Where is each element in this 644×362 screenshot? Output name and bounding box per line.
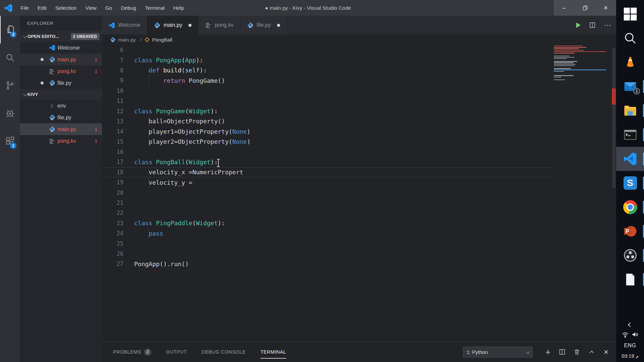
panel-tab-terminal[interactable]: TERMINAL [261, 345, 286, 359]
open-editor-item-main.py[interactable]: main.py1 [20, 54, 102, 65]
code-line-21[interactable]: 21 [102, 198, 552, 208]
activity-files-button[interactable]: 2 [0, 16, 20, 44]
vscode-logo-icon [4, 4, 13, 12]
taskbar-clock[interactable]: 03:19 م [622, 353, 639, 359]
activity-extensions-button[interactable]: 1 [0, 127, 20, 155]
activity-debug-button[interactable] [0, 99, 20, 127]
menu-help[interactable]: Help [169, 0, 189, 16]
open-editors-list: Welcomemain.py1pong.kv1file.py [20, 42, 102, 89]
breadcrumb[interactable]: main.py PongBall [102, 35, 616, 45]
code-line-14[interactable]: 14 player1=ObjectProperty(None) [102, 126, 552, 136]
menu-view[interactable]: View [81, 0, 101, 16]
panel-tab-output[interactable]: OUTPUT [166, 345, 187, 359]
code-line-20[interactable]: 20 [102, 187, 552, 197]
open-editors-section-header[interactable]: OPEN EDITO... 2 UNSAVED [20, 31, 102, 42]
code-line-22[interactable]: 22 [102, 208, 552, 218]
volume-icon[interactable] [632, 331, 639, 338]
code-line-25[interactable]: 25 [102, 238, 552, 248]
activity-search-button[interactable] [0, 44, 20, 71]
taskbar-windows-start-button[interactable] [616, 2, 644, 26]
kv-file-icon [49, 138, 55, 144]
taskbar-notepad-button[interactable] [616, 267, 644, 292]
menu-debug[interactable]: Debug [116, 0, 141, 16]
minimize-button[interactable]: – [554, 0, 575, 16]
open-editor-item-file.py[interactable]: file.py [20, 77, 102, 89]
code-line-26[interactable]: 26 [102, 249, 552, 259]
code-line-10[interactable]: 10 [102, 86, 552, 96]
code-line-8[interactable]: 8 def build(self): [102, 65, 552, 75]
tree-item-env[interactable]: env [20, 100, 102, 112]
scrollbar-thumb[interactable] [612, 48, 615, 188]
tab-label: main.py [163, 22, 182, 28]
code-line-13[interactable]: 13 ball=ObjectProperty() [102, 116, 552, 126]
split-terminal-button[interactable] [559, 349, 565, 355]
kill-terminal-button[interactable] [574, 349, 580, 355]
new-terminal-button[interactable]: + [545, 347, 550, 357]
code-line-18[interactable]: 18 velocity_x =NumericPropert [102, 167, 552, 177]
code-line-15[interactable]: 15 player2=ObjectProperty(None) [102, 137, 552, 147]
taskbar-vscode-button[interactable] [616, 147, 644, 171]
menu-edit[interactable]: Edit [33, 0, 51, 16]
taskbar-powerpoint-button[interactable]: P [616, 219, 644, 243]
taskbar-vlc-button[interactable] [616, 50, 644, 74]
file-explorer-icon [623, 104, 637, 118]
wifi-icon[interactable] [622, 331, 629, 338]
breadcrumb-file[interactable]: main.py [118, 37, 136, 43]
taskbar-file-explorer-button[interactable] [616, 99, 644, 123]
run-button[interactable] [576, 22, 581, 28]
code-line-24[interactable]: 24 pass [102, 228, 552, 238]
code-line-7[interactable]: 7class PongApp(App): [102, 55, 552, 65]
restore-button[interactable] [575, 0, 595, 16]
minimap-line [554, 78, 606, 79]
editor-scrollbar[interactable] [611, 45, 616, 342]
minimap-line [554, 77, 561, 77]
tree-item-main.py[interactable]: main.py1 [20, 123, 102, 135]
taskbar-s-app-button[interactable]: S [616, 171, 644, 195]
tab-main.py[interactable]: main.py [147, 16, 199, 35]
menu-selection[interactable]: Selection [51, 0, 81, 16]
open-editor-item-pong.kv[interactable]: pong.kv1 [20, 65, 102, 77]
tab-file.py[interactable]: file.py [240, 16, 287, 35]
tab-pong.kv[interactable]: pong.kv [199, 16, 240, 35]
code-line-19[interactable]: 19 velocity_y = [102, 177, 552, 187]
close-window-button[interactable]: ✕ [595, 0, 616, 16]
panel-tab-problems[interactable]: PROBLEMS2 [113, 345, 151, 359]
file-name: file.py [57, 115, 71, 121]
code-line-12[interactable]: 12class PongGame(Widget): [102, 106, 552, 116]
show-hidden-icons-chevron[interactable] [628, 322, 632, 327]
taskbar-obs-button[interactable] [616, 243, 644, 267]
code-line-16[interactable]: 16 [102, 147, 552, 157]
open-editor-item-Welcome[interactable]: Welcome [20, 42, 102, 54]
kivy-folder-section-header[interactable]: KIVY [20, 89, 102, 100]
code-editor[interactable]: 67class PongApp(App):8 def build(self):9… [102, 45, 616, 342]
tree-item-file.py[interactable]: file.py [20, 112, 102, 123]
code-line-6[interactable]: 6 [102, 45, 552, 55]
maximize-panel-button[interactable] [589, 349, 595, 355]
code-text: player2=ObjectProperty(None) [123, 138, 251, 145]
minimap[interactable] [554, 46, 606, 83]
more-actions-button[interactable]: ⋯ [604, 21, 611, 29]
split-editor-button[interactable] [589, 22, 595, 28]
code-line-11[interactable]: 11 [102, 96, 552, 106]
terminal-picker-dropdown[interactable]: 1: Python [463, 347, 533, 358]
code-line-23[interactable]: 23class PingPaddle(Widget): [102, 218, 552, 228]
taskbar-search-button[interactable] [616, 26, 644, 50]
taskbar-command-prompt-button[interactable] [616, 123, 644, 147]
panel-tab-debug-console[interactable]: DEBUG CONSOLE [202, 345, 246, 359]
tree-item-pong.kv[interactable]: pong.kv1 [20, 135, 102, 147]
activity-source-control-button[interactable] [0, 71, 20, 99]
chevron-right-icon [138, 38, 142, 42]
menu-file[interactable]: File [16, 0, 33, 16]
language-indicator[interactable]: ENG [624, 343, 636, 349]
breadcrumb-symbol[interactable]: PongBall [152, 37, 172, 43]
menu-terminal[interactable]: Terminal [141, 0, 169, 16]
menu-go[interactable]: Go [101, 0, 117, 16]
taskbar-chrome-button[interactable] [616, 195, 644, 219]
line-number: 12 [102, 108, 123, 115]
code-line-27[interactable]: 27PongApp().run() [102, 259, 552, 269]
taskbar-mail-button[interactable]: 1 [616, 74, 644, 99]
close-panel-button[interactable]: ✕ [603, 348, 609, 356]
tab-Welcome[interactable]: Welcome [102, 16, 147, 35]
code-line-9[interactable]: 9 return PongGame() [102, 75, 552, 85]
code-line-17[interactable]: 17class PongBall(Widget): [102, 157, 552, 167]
